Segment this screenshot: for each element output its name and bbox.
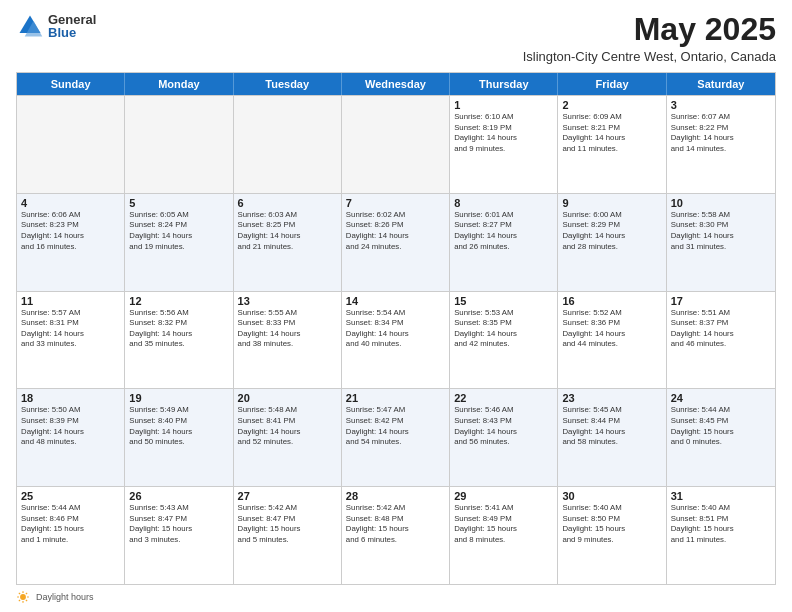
day-number: 1: [454, 99, 553, 111]
calendar-row-2: 4Sunrise: 6:06 AM Sunset: 8:23 PM Daylig…: [17, 193, 775, 291]
day-number: 9: [562, 197, 661, 209]
page: General Blue May 2025 Islington-City Cen…: [0, 0, 792, 612]
cell-content: Sunrise: 5:50 AM Sunset: 8:39 PM Dayligh…: [21, 405, 120, 447]
day-number: 16: [562, 295, 661, 307]
day-number: 23: [562, 392, 661, 404]
day-cell-20: 20Sunrise: 5:48 AM Sunset: 8:41 PM Dayli…: [234, 389, 342, 486]
cell-content: Sunrise: 5:52 AM Sunset: 8:36 PM Dayligh…: [562, 308, 661, 350]
cell-content: Sunrise: 5:55 AM Sunset: 8:33 PM Dayligh…: [238, 308, 337, 350]
cell-content: Sunrise: 6:02 AM Sunset: 8:26 PM Dayligh…: [346, 210, 445, 252]
cell-content: Sunrise: 5:40 AM Sunset: 8:50 PM Dayligh…: [562, 503, 661, 545]
calendar-row-5: 25Sunrise: 5:44 AM Sunset: 8:46 PM Dayli…: [17, 486, 775, 584]
header-day-tuesday: Tuesday: [234, 73, 342, 95]
cell-content: Sunrise: 5:48 AM Sunset: 8:41 PM Dayligh…: [238, 405, 337, 447]
day-cell-30: 30Sunrise: 5:40 AM Sunset: 8:50 PM Dayli…: [558, 487, 666, 584]
header-day-saturday: Saturday: [667, 73, 775, 95]
day-cell-13: 13Sunrise: 5:55 AM Sunset: 8:33 PM Dayli…: [234, 292, 342, 389]
cell-content: Sunrise: 5:44 AM Sunset: 8:46 PM Dayligh…: [21, 503, 120, 545]
empty-cell: [17, 96, 125, 193]
location-subtitle: Islington-City Centre West, Ontario, Can…: [523, 49, 776, 64]
day-cell-16: 16Sunrise: 5:52 AM Sunset: 8:36 PM Dayli…: [558, 292, 666, 389]
cell-content: Sunrise: 6:05 AM Sunset: 8:24 PM Dayligh…: [129, 210, 228, 252]
day-cell-31: 31Sunrise: 5:40 AM Sunset: 8:51 PM Dayli…: [667, 487, 775, 584]
day-cell-8: 8Sunrise: 6:01 AM Sunset: 8:27 PM Daylig…: [450, 194, 558, 291]
day-cell-15: 15Sunrise: 5:53 AM Sunset: 8:35 PM Dayli…: [450, 292, 558, 389]
cell-content: Sunrise: 6:10 AM Sunset: 8:19 PM Dayligh…: [454, 112, 553, 154]
day-cell-24: 24Sunrise: 5:44 AM Sunset: 8:45 PM Dayli…: [667, 389, 775, 486]
day-cell-14: 14Sunrise: 5:54 AM Sunset: 8:34 PM Dayli…: [342, 292, 450, 389]
calendar-header: SundayMondayTuesdayWednesdayThursdayFrid…: [17, 73, 775, 95]
day-cell-11: 11Sunrise: 5:57 AM Sunset: 8:31 PM Dayli…: [17, 292, 125, 389]
day-number: 3: [671, 99, 771, 111]
cell-content: Sunrise: 5:40 AM Sunset: 8:51 PM Dayligh…: [671, 503, 771, 545]
day-number: 19: [129, 392, 228, 404]
day-number: 22: [454, 392, 553, 404]
day-number: 8: [454, 197, 553, 209]
header-day-monday: Monday: [125, 73, 233, 95]
day-number: 30: [562, 490, 661, 502]
day-cell-19: 19Sunrise: 5:49 AM Sunset: 8:40 PM Dayli…: [125, 389, 233, 486]
logo: General Blue: [16, 12, 96, 40]
svg-line-10: [19, 600, 20, 601]
day-cell-9: 9Sunrise: 6:00 AM Sunset: 8:29 PM Daylig…: [558, 194, 666, 291]
svg-line-8: [26, 600, 27, 601]
cell-content: Sunrise: 5:41 AM Sunset: 8:49 PM Dayligh…: [454, 503, 553, 545]
day-cell-6: 6Sunrise: 6:03 AM Sunset: 8:25 PM Daylig…: [234, 194, 342, 291]
cell-content: Sunrise: 5:57 AM Sunset: 8:31 PM Dayligh…: [21, 308, 120, 350]
day-number: 28: [346, 490, 445, 502]
day-number: 13: [238, 295, 337, 307]
day-cell-18: 18Sunrise: 5:50 AM Sunset: 8:39 PM Dayli…: [17, 389, 125, 486]
month-title: May 2025: [523, 12, 776, 47]
svg-point-2: [20, 594, 26, 600]
cell-content: Sunrise: 5:43 AM Sunset: 8:47 PM Dayligh…: [129, 503, 228, 545]
day-number: 6: [238, 197, 337, 209]
cell-content: Sunrise: 5:46 AM Sunset: 8:43 PM Dayligh…: [454, 405, 553, 447]
day-number: 25: [21, 490, 120, 502]
day-cell-1: 1Sunrise: 6:10 AM Sunset: 8:19 PM Daylig…: [450, 96, 558, 193]
calendar-body: 1Sunrise: 6:10 AM Sunset: 8:19 PM Daylig…: [17, 95, 775, 584]
header-day-sunday: Sunday: [17, 73, 125, 95]
day-cell-23: 23Sunrise: 5:45 AM Sunset: 8:44 PM Dayli…: [558, 389, 666, 486]
day-number: 20: [238, 392, 337, 404]
cell-content: Sunrise: 5:58 AM Sunset: 8:30 PM Dayligh…: [671, 210, 771, 252]
day-number: 18: [21, 392, 120, 404]
cell-content: Sunrise: 5:47 AM Sunset: 8:42 PM Dayligh…: [346, 405, 445, 447]
day-cell-25: 25Sunrise: 5:44 AM Sunset: 8:46 PM Dayli…: [17, 487, 125, 584]
cell-content: Sunrise: 5:42 AM Sunset: 8:47 PM Dayligh…: [238, 503, 337, 545]
day-cell-27: 27Sunrise: 5:42 AM Sunset: 8:47 PM Dayli…: [234, 487, 342, 584]
cell-content: Sunrise: 6:03 AM Sunset: 8:25 PM Dayligh…: [238, 210, 337, 252]
day-cell-5: 5Sunrise: 6:05 AM Sunset: 8:24 PM Daylig…: [125, 194, 233, 291]
day-number: 15: [454, 295, 553, 307]
svg-line-9: [26, 593, 27, 594]
logo-blue: Blue: [48, 26, 96, 39]
day-number: 5: [129, 197, 228, 209]
title-section: May 2025 Islington-City Centre West, Ont…: [523, 12, 776, 64]
daylight-label: Daylight hours: [36, 592, 94, 602]
day-number: 2: [562, 99, 661, 111]
day-number: 27: [238, 490, 337, 502]
day-number: 14: [346, 295, 445, 307]
day-number: 12: [129, 295, 228, 307]
header-day-thursday: Thursday: [450, 73, 558, 95]
day-number: 31: [671, 490, 771, 502]
header-day-friday: Friday: [558, 73, 666, 95]
day-number: 29: [454, 490, 553, 502]
day-cell-7: 7Sunrise: 6:02 AM Sunset: 8:26 PM Daylig…: [342, 194, 450, 291]
cell-content: Sunrise: 6:00 AM Sunset: 8:29 PM Dayligh…: [562, 210, 661, 252]
empty-cell: [342, 96, 450, 193]
day-cell-3: 3Sunrise: 6:07 AM Sunset: 8:22 PM Daylig…: [667, 96, 775, 193]
cell-content: Sunrise: 5:45 AM Sunset: 8:44 PM Dayligh…: [562, 405, 661, 447]
day-cell-12: 12Sunrise: 5:56 AM Sunset: 8:32 PM Dayli…: [125, 292, 233, 389]
cell-content: Sunrise: 5:53 AM Sunset: 8:35 PM Dayligh…: [454, 308, 553, 350]
day-cell-17: 17Sunrise: 5:51 AM Sunset: 8:37 PM Dayli…: [667, 292, 775, 389]
day-cell-26: 26Sunrise: 5:43 AM Sunset: 8:47 PM Dayli…: [125, 487, 233, 584]
calendar: SundayMondayTuesdayWednesdayThursdayFrid…: [16, 72, 776, 585]
empty-cell: [125, 96, 233, 193]
cell-content: Sunrise: 6:01 AM Sunset: 8:27 PM Dayligh…: [454, 210, 553, 252]
cell-content: Sunrise: 5:49 AM Sunset: 8:40 PM Dayligh…: [129, 405, 228, 447]
day-cell-22: 22Sunrise: 5:46 AM Sunset: 8:43 PM Dayli…: [450, 389, 558, 486]
day-number: 10: [671, 197, 771, 209]
day-number: 24: [671, 392, 771, 404]
day-cell-10: 10Sunrise: 5:58 AM Sunset: 8:30 PM Dayli…: [667, 194, 775, 291]
svg-line-7: [19, 593, 20, 594]
